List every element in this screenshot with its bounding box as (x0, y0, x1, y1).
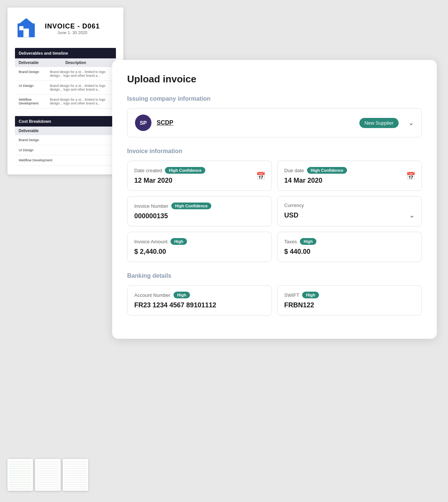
currency-text: Currency (284, 203, 304, 208)
currency-row: USD ⌄ (284, 211, 415, 219)
row-description: Brand design for a st... limited to logo… (50, 70, 112, 77)
cost-breakdown-header: Cost Breakdown (15, 116, 116, 127)
swift-text: SWIFT (284, 292, 299, 298)
col-deliverable: Deliverable (19, 61, 65, 65)
supplier-avatar: SP (135, 115, 151, 131)
swift-confidence: High (302, 292, 319, 298)
svg-rect-2 (24, 28, 29, 37)
swift-label: SWIFT High (284, 292, 415, 298)
cost-row: UI Design (19, 148, 112, 152)
company-logo (15, 16, 37, 40)
table-row: Webflow Development Brand design for a s… (15, 95, 116, 109)
deliverables-header: Deliverables and timeline (15, 48, 116, 58)
currency-card: Currency USD ⌄ (277, 196, 422, 226)
issuing-section-title: Issuing company information (127, 95, 422, 102)
row-deliverable: UI Design (19, 84, 50, 91)
table-row: Brand Design Brand design for a st... li… (15, 67, 116, 81)
table-row: Brand Design (15, 135, 116, 145)
due-date-label: Due date High Confidence (284, 167, 415, 174)
taxes-text: Taxes (284, 239, 297, 244)
bg-invoice-title-block: INVOICE - D061 June 1- 30 2020 (45, 22, 100, 35)
due-date-confidence: High Confidence (307, 167, 347, 174)
invoice-number-confidence: High Confidence (171, 203, 211, 209)
swift-value: FRBN122 (284, 301, 415, 309)
account-number-confidence: High (174, 292, 190, 298)
banking-info-grid: Account Number High FR23 1234 4567 89101… (127, 285, 422, 316)
supplier-chevron-icon[interactable]: ⌄ (408, 119, 414, 127)
thumbnail-3[interactable] (63, 459, 88, 491)
svg-rect-3 (19, 26, 24, 30)
taxes-value: $ 440.00 (284, 248, 415, 256)
background-invoice: INVOICE - D061 June 1- 30 2020 Deliverab… (7, 7, 123, 174)
invoice-number-value: 000000135 (134, 212, 265, 220)
thumbnail-1[interactable] (7, 459, 33, 491)
due-date-value: 14 Mar 2020 (284, 177, 415, 185)
cost-row: Webflow Development (19, 158, 112, 162)
account-number-label: Account Number High (134, 292, 265, 298)
banking-section: Banking details Account Number High FR23… (127, 273, 422, 316)
row-deliverable: Webflow Development (19, 98, 50, 105)
cost-subheader: Deliverable (15, 127, 116, 135)
table-row: UI Design (15, 145, 116, 155)
taxes-confidence: High (300, 238, 316, 245)
date-created-card: Date created High Confidence 12 Mar 2020… (127, 161, 272, 191)
bg-invoice-subtitle: June 1- 30 2020 (45, 30, 100, 35)
invoice-section-title: Invoice information (127, 148, 422, 155)
account-number-card: Account Number High FR23 1234 4567 89101… (127, 285, 272, 316)
currency-value: USD (284, 212, 298, 219)
supplier-name: SCDP (157, 119, 354, 126)
invoice-amount-label: Invoice Amount High (134, 238, 265, 245)
deliverables-table: Deliverables and timeline Deliverable De… (15, 48, 116, 109)
new-supplier-badge: New Supplier (359, 118, 399, 128)
table-row: UI Design Brand design for a st... limit… (15, 81, 116, 95)
row-deliverable: Brand Design (19, 70, 50, 77)
table-row: Webflow Development (15, 155, 116, 165)
col-deliverable-cost: Deliverable (19, 129, 112, 133)
date-created-confidence: High Confidence (165, 167, 205, 174)
due-date-text: Due date (284, 168, 304, 173)
taxes-card: Taxes High $ 440.00 (277, 232, 422, 262)
invoice-info-grid: Date created High Confidence 12 Mar 2020… (127, 161, 422, 262)
account-number-value: FR23 1234 4567 89101112 (134, 301, 265, 309)
date-created-value: 12 Mar 2020 (134, 177, 265, 185)
invoice-amount-value: $ 2,440.00 (134, 248, 265, 256)
taxes-label: Taxes High (284, 238, 415, 245)
col-description: Description (65, 61, 112, 65)
thumbnail-strip (7, 459, 88, 491)
row-description: Brand design for a st... limited to logo… (50, 98, 112, 105)
deliverables-subheader: Deliverable Description (15, 58, 116, 67)
date-created-calendar-icon[interactable]: 📅 (256, 171, 266, 180)
currency-label: Currency (284, 203, 415, 208)
cost-breakdown-table: Cost Breakdown Deliverable Brand Design … (15, 116, 116, 165)
supplier-row[interactable]: SP SCDP New Supplier ⌄ (127, 108, 422, 137)
invoice-number-card: Invoice Number High Confidence 000000135 (127, 196, 272, 226)
panel-title: Upload invoice (127, 73, 422, 85)
account-number-text: Account Number (134, 292, 171, 298)
invoice-amount-confidence: High (171, 238, 187, 245)
invoice-number-text: Invoice Number (134, 203, 168, 209)
cost-row: Brand Design (19, 138, 112, 142)
due-date-calendar-icon[interactable]: 📅 (406, 171, 415, 180)
bg-invoice-title-text: INVOICE - D061 (45, 22, 100, 30)
row-description: Brand design for a st... limited to logo… (50, 84, 112, 91)
swift-card: SWIFT High FRBN122 (277, 285, 422, 316)
invoice-amount-card: Invoice Amount High $ 2,440.00 (127, 232, 272, 262)
currency-chevron-icon[interactable]: ⌄ (409, 211, 415, 219)
upload-invoice-panel: Upload invoice Issuing company informati… (112, 60, 437, 339)
thumbnail-2[interactable] (35, 459, 61, 491)
due-date-card: Due date High Confidence 14 Mar 2020 📅 (277, 161, 422, 191)
banking-section-title: Banking details (127, 273, 422, 279)
invoice-amount-text: Invoice Amount (134, 239, 168, 244)
date-created-label: Date created High Confidence (134, 167, 265, 174)
svg-marker-1 (18, 18, 35, 25)
invoice-number-label: Invoice Number High Confidence (134, 203, 265, 209)
date-created-text: Date created (134, 168, 162, 173)
